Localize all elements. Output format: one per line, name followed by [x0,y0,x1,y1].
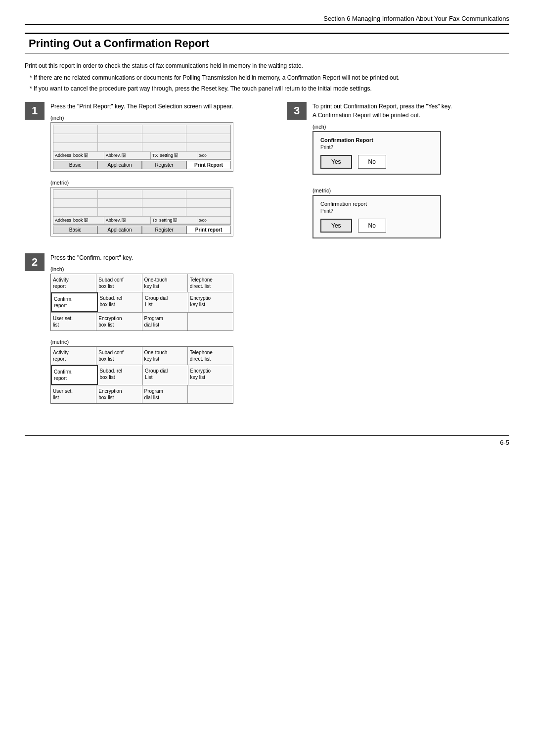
confirm-title-inch: Confirmation Report [320,137,433,143]
report-grid-cell[interactable]: Confirm. report [51,292,98,312]
left-column: 1 Press the "Print Report" key. The Repo… [25,102,272,421]
report-grid-cell[interactable]: User set. list [51,385,96,403]
metric-label-1: (metric) [50,180,272,186]
fax-screen-inch-1: Address book b Abbrev. b TX [50,122,233,172]
bullet2: * If you want to cancel the procedure pa… [25,84,509,93]
report-grid-cell[interactable]: Encryptio key list [188,292,233,312]
report-grid-row: Confirm. reportSubad. rel box listGroup … [51,365,233,385]
screen-row [53,125,230,134]
step3-number: 3 [287,102,307,120]
step2-number: 2 [25,253,44,271]
confirm-dialog-inch: Confirmation Report Print? Yes No [312,131,441,175]
report-grid-row: User set. listEncryption box listProgram… [51,313,233,331]
address-bar: Address book b Abbrev. b TX [53,152,230,159]
report-grid-cell[interactable]: One-touch key list [142,274,188,292]
step3-desc: To print out Confirmation Report, press … [312,102,509,120]
report-grid-cell[interactable]: Telephone direct. list [188,347,233,365]
report-grid-row: User set. listEncryption box listProgram… [51,385,233,403]
report-grid-cell[interactable]: Subad conf box list [96,274,142,292]
screen-row [53,134,230,143]
report-grid-cell[interactable]: User set. list [51,313,96,331]
fax-tabs-metric: Basic Application Register Print report [53,226,231,234]
metric-label-2: (metric) [50,339,272,345]
report-grid-cell[interactable]: Activity report [51,274,96,292]
page: Section 6 Managing Information About You… [0,0,534,756]
fax-screen-metric-1: Address book b Abbrev. b Tx [50,187,233,236]
tab-basic-m[interactable]: Basic [53,226,97,234]
inch-label-3: (inch) [312,124,509,130]
tab-application-m[interactable]: Application [97,226,142,234]
report-grid-cell[interactable]: One-touch key list [142,347,188,365]
report-grid-cell[interactable]: Encryption box list [96,313,142,331]
report-grid-cell[interactable]: Program dial list [142,313,188,331]
report-grid-cell[interactable]: Subad conf box list [96,347,142,365]
fax-screen-rows-inch: Address book b Abbrev. b TX [53,125,231,160]
no-button-metric[interactable]: No [358,219,386,233]
tab-print-report-m[interactable]: Print report [186,226,231,234]
report-grid-cell[interactable]: Confirm. report [51,365,98,385]
report-grid-cell[interactable]: Subad. rel box list [98,365,143,385]
report-grid-cell[interactable]: Telephone direct. list [188,274,233,292]
tab-application[interactable]: Application [97,161,142,169]
report-grid-cell [188,385,233,403]
report-grid-cell[interactable]: Encryption box list [96,385,142,403]
step3-block: 3 To print out Confirmation Report, pres… [287,102,509,238]
tab-print-report[interactable]: Print Report [186,161,231,169]
step1-desc: Press the "Print Report" key. The Report… [50,102,272,111]
report-grid-row: Confirm. reportSubad. rel box listGroup … [51,292,233,313]
page-title: Printing Out a Confirmation Report [25,33,509,53]
bullet1: * If there are no related communications… [25,73,509,82]
step1-content: Press the "Print Report" key. The Report… [50,102,272,241]
section-header: Section 6 Managing Information About You… [25,15,509,25]
step1-number: 1 [25,102,44,120]
bottom-bar: 6-5 [25,435,509,446]
confirm-title-metric: Confirmation report [320,201,433,207]
report-grid-cell[interactable]: Subad. rel box list [98,292,143,312]
step1-block: 1 Press the "Print Report" key. The Repo… [25,102,272,241]
yes-button-metric[interactable]: Yes [320,219,352,233]
confirm-subtitle-inch: Print? [320,144,433,150]
report-grid-cell[interactable]: Encryptio key list [188,365,233,385]
inch-label-1: (inch) [50,115,272,121]
tab-register[interactable]: Register [142,161,186,169]
report-grid-cell[interactable]: Group dial List [143,365,188,385]
screen-row [53,190,230,199]
report-grid-cell[interactable]: Group dial List [143,292,188,312]
screen-row [53,199,230,208]
fax-screen-rows-metric: Address book b Abbrev. b Tx [53,189,231,225]
metric-label-3: (metric) [312,188,509,193]
section-header-text: Section 6 Managing Information About You… [323,15,509,22]
step2-content: Press the "Confirm. report" key. (inch) … [50,253,272,409]
address-bar-metric: Address book b Abbrev. b Tx [53,217,230,224]
tab-register-m[interactable]: Register [142,226,186,234]
report-grid-inch: Activity reportSubad conf box listOne-to… [50,274,233,331]
report-grid-cell[interactable]: Activity report [51,347,96,365]
right-column: 3 To print out Confirmation Report, pres… [287,102,509,421]
no-button-inch[interactable]: No [358,155,386,169]
tab-basic[interactable]: Basic [53,161,97,169]
confirm-dialog-metric: Confirmation report Print? Yes No [312,195,441,238]
step2-block: 2 Press the "Confirm. report" key. (inch… [25,253,272,409]
fax-tabs-inch: Basic Application Register Print Report [53,161,231,169]
intro-text: Print out this report in order to check … [25,61,509,70]
report-grid-metric: Activity reportSubad conf box listOne-to… [50,346,233,404]
yes-button-inch[interactable]: Yes [320,155,352,169]
inch-label-2: (inch) [50,266,272,272]
report-grid-cell[interactable]: Program dial list [142,385,188,403]
report-grid-row: Activity reportSubad conf box listOne-to… [51,347,233,365]
step3-content: To print out Confirmation Report, press … [312,102,509,238]
page-number: 6-5 [500,439,509,446]
report-grid-cell [188,313,233,331]
confirm-subtitle-metric: Print? [320,208,433,214]
step2-desc: Press the "Confirm. report" key. [50,253,272,262]
screen-row [53,143,230,152]
screen-row [53,208,230,217]
report-grid-row: Activity reportSubad conf box listOne-to… [51,274,233,292]
